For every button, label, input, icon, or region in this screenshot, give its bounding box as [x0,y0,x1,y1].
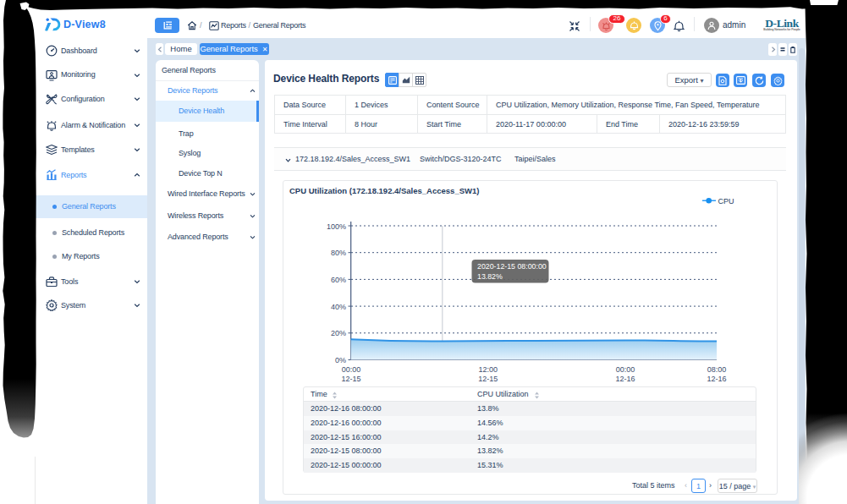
svg-text:12-15: 12-15 [341,375,360,383]
svg-text:13.82%: 13.82% [477,272,503,281]
svg-text:08:00: 08:00 [707,365,727,374]
svg-text:00:00: 00:00 [342,365,361,374]
svg-text:00:00: 00:00 [616,365,635,374]
svg-text:80%: 80% [331,249,346,257]
svg-text:CPU Utilization (172.18.192.4/: CPU Utilization (172.18.192.4/Sales_Acce… [289,186,479,195]
svg-text:2020-12-15 08:00:00: 2020-12-15 08:00:00 [477,262,547,271]
svg-text:40%: 40% [331,303,346,311]
svg-text:60%: 60% [331,276,346,284]
svg-text:CPU: CPU [718,197,734,205]
svg-text:12:00: 12:00 [479,365,498,374]
svg-text:20%: 20% [331,329,346,337]
svg-text:100%: 100% [327,222,346,231]
svg-text:12-16: 12-16 [707,375,726,383]
svg-text:0%: 0% [335,356,346,364]
svg-text:12-15: 12-15 [478,375,498,383]
svg-text:12-16: 12-16 [615,375,635,383]
